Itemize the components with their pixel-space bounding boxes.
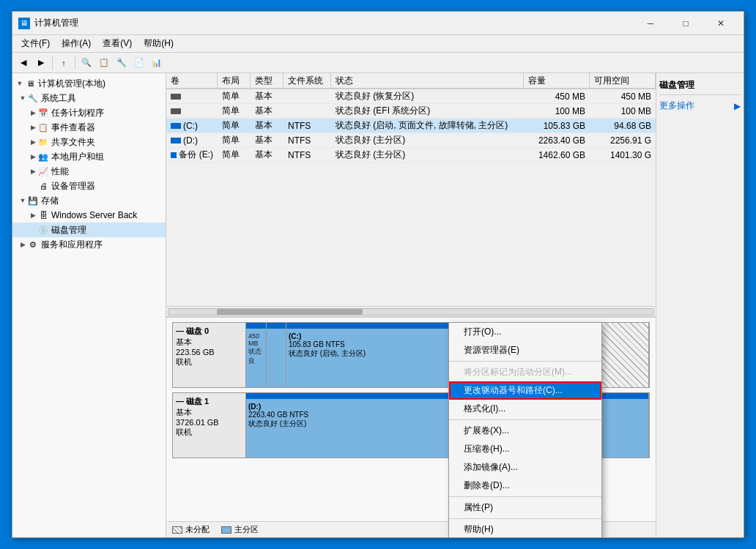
disk1-part-e[interactable]: (E:)1462.60 GB NTFS状态良好 (主分区) (488, 393, 649, 458)
table-row[interactable]: 简单 基本 状态良好 (EFI 系统分区) 100 MB 100 MB (166, 104, 656, 119)
event-icon: 📋 (37, 122, 49, 133)
menu-bar: 文件(F) 操作(A) 查看(V) 帮助(H) (12, 35, 744, 53)
toolbar-btn7[interactable]: 📊 (149, 55, 165, 71)
toolbar: ◀ ▶ ↑ 🔍 📋 🔧 📄 📊 (12, 53, 744, 73)
disk-mgmt-icon: 💿 (37, 224, 49, 236)
storage-icon: 💾 (27, 195, 39, 206)
legend-unallocated-box (172, 526, 182, 534)
event-arrow: ▶ (29, 123, 37, 132)
disk1-label: — 磁盘 1 基本 3726.01 GB 联机 (173, 393, 246, 458)
disk0-part1[interactable]: 450 MB状态良 (246, 323, 267, 387)
system-tools-arrow: ▼ (18, 94, 27, 102)
sidebar-item-system-tools[interactable]: ▼ 🔧 系统工具 (12, 91, 166, 105)
disk0-part2[interactable] (267, 323, 287, 387)
system-tools-label: 系统工具 (41, 92, 76, 105)
scrollbar-track[interactable] (168, 308, 654, 315)
task-label: 任务计划程序 (51, 107, 104, 119)
backup-arrow: ▶ (29, 211, 37, 220)
services-label: 服务和应用程序 (41, 239, 103, 251)
root-label: 计算机管理(本地) (38, 78, 105, 90)
table-row[interactable]: 简单 基本 状态良好 (恢复分区) 450 MB 450 MB (166, 89, 656, 104)
users-arrow: ▶ (29, 152, 37, 161)
col-filesystem[interactable]: 文件系统 (284, 73, 331, 88)
menu-help[interactable]: 帮助(H) (138, 36, 179, 51)
storage-arrow: ▼ (18, 196, 27, 205)
backup-label: Windows Server Back (51, 210, 137, 220)
sidebar-item-services[interactable]: ▶ ⚙ 服务和应用程序 (12, 237, 166, 252)
table-body: 简单 基本 状态良好 (恢复分区) 450 MB 450 MB 简单 基本 状态… (166, 89, 656, 306)
sidebar-item-task-scheduler[interactable]: ▶ 📅 任务计划程序 (12, 105, 166, 120)
sidebar-item-event-viewer[interactable]: ▶ 📋 事件查看器 (12, 120, 166, 135)
col-free[interactable]: 可用空间 (590, 73, 656, 88)
toolbar-btn5[interactable]: 🔧 (114, 55, 130, 71)
task-icon: 📅 (37, 107, 49, 119)
shared-label: 共享文件夹 (51, 136, 95, 149)
disk0-part4[interactable]: .19 GB (508, 323, 533, 387)
device-icon: 🖨 (37, 180, 49, 192)
legend-unallocated: 未分配 (172, 524, 210, 535)
sidebar-item-performance[interactable]: ▶ 📈 性能 (12, 164, 166, 179)
computer-icon: 🖥 (24, 78, 36, 89)
table-scrollbar[interactable] (166, 306, 656, 316)
col-type[interactable]: 类型 (251, 73, 284, 88)
app-icon: 🖥 (18, 18, 30, 29)
disk-mgmt-arrow (29, 225, 37, 234)
close-button[interactable]: ✕ (704, 12, 738, 34)
backup-icon: 🗄 (37, 209, 49, 221)
sidebar-item-shared-folders[interactable]: ▶ 📁 共享文件夹 (12, 135, 166, 149)
menu-action[interactable]: 操作(A) (56, 36, 97, 51)
toolbar-up[interactable]: ↑ (56, 55, 72, 71)
window-title: 计算机管理 (34, 17, 634, 29)
toolbar-btn6[interactable]: 📄 (131, 55, 147, 71)
table-row[interactable]: 备份 (E:) 简单 基本 NTFS 状态良好 (主分区) 1462.60 GB… (166, 148, 656, 163)
scrollbar-thumb[interactable] (217, 309, 363, 315)
sidebar-item-windows-backup[interactable]: ▶ 🗄 Windows Server Back (12, 208, 166, 223)
more-actions[interactable]: 更多操作 ▶ (659, 98, 741, 113)
sidebar-root[interactable]: ▼ 🖥 计算机管理(本地) (12, 76, 166, 91)
shared-arrow: ▶ (29, 138, 37, 146)
users-icon: 👥 (37, 151, 49, 163)
toolbar-forward[interactable]: ▶ (33, 55, 49, 71)
maximize-button[interactable]: □ (669, 12, 703, 34)
col-capacity[interactable]: 容量 (524, 73, 590, 88)
sidebar-item-disk-management[interactable]: 💿 磁盘管理 (12, 223, 166, 237)
table-header: 卷 布局 类型 文件系统 状态 容量 可用空间 (166, 73, 656, 89)
col-vol[interactable]: 卷 (166, 73, 218, 88)
toolbar-btn4[interactable]: 📋 (96, 55, 112, 71)
disk0-part-c[interactable]: (C:)105.83 GB NTFS状态良好 (启动, 主分区) (286, 323, 508, 387)
event-label: 事件查看器 (51, 122, 95, 134)
menu-view[interactable]: 查看(V) (97, 36, 138, 51)
sidebar: ▼ 🖥 计算机管理(本地) ▼ 🔧 系统工具 ▶ 📅 任务计划程序 ▶ 📋 事件… (12, 73, 166, 537)
shared-icon: 📁 (37, 136, 49, 148)
main-window: 🖥 计算机管理 ─ □ ✕ 文件(F) 操作(A) 查看(V) 帮助(H) ◀ … (12, 11, 744, 538)
title-bar-buttons: ─ □ ✕ (634, 12, 738, 34)
sidebar-item-local-users[interactable]: ▶ 👥 本地用户和组 (12, 149, 166, 164)
title-bar: 🖥 计算机管理 ─ □ ✕ (12, 12, 744, 35)
col-status[interactable]: 状态 (331, 73, 524, 88)
sidebar-item-storage[interactable]: ▼ 💾 存储 (12, 193, 166, 208)
toolbar-back[interactable]: ◀ (15, 55, 32, 71)
device-arrow (29, 182, 37, 190)
folder-icon: 🔧 (27, 92, 39, 104)
legend-bar: 未分配 主分区 (166, 521, 656, 537)
device-label: 设备管理器 (51, 180, 95, 193)
table-row[interactable]: (D:) 简单 基本 NTFS 状态良好 (主分区) 2263.40 GB 22… (166, 133, 656, 148)
table-row[interactable]: (C:) 简单 基本 NTFS 状态良好 (启动, 页面文件, 故障转储, 主分… (166, 119, 656, 133)
legend-primary: 主分区 (221, 524, 259, 535)
sidebar-item-device-manager[interactable]: 🖨 设备管理器 (12, 179, 166, 193)
disk1-part-d[interactable]: (D:)2263.40 GB NTFS状态良好 (主分区) (246, 393, 488, 458)
perf-icon: 📈 (37, 165, 49, 177)
actions-title: 磁盘管理 (659, 76, 741, 95)
col-layout[interactable]: 布局 (218, 73, 251, 88)
main-area: ▼ 🖥 计算机管理(本地) ▼ 🔧 系统工具 ▶ 📅 任务计划程序 ▶ 📋 事件… (12, 73, 744, 537)
storage-label: 存储 (41, 195, 59, 207)
disk0-partitions: 450 MB状态良 (C:)105.83 GB NTFS状态良好 (启动, 主分… (246, 323, 649, 387)
right-panel: 磁盘管理 更多操作 ▶ (656, 73, 744, 537)
disk1-partitions: (D:)2263.40 GB NTFS状态良好 (主分区) (E:)1462.6… (246, 393, 649, 458)
minimize-button[interactable]: ─ (634, 12, 667, 34)
services-icon: ⚙ (27, 239, 39, 250)
menu-file[interactable]: 文件(F) (15, 36, 56, 51)
toolbar-btn3[interactable]: 🔍 (78, 55, 94, 71)
disk0-unallocated[interactable]: 配 (533, 323, 650, 387)
disk-view-area: — 磁盘 0 基本 223.56 GB 联机 450 MB状态良 (166, 316, 656, 521)
